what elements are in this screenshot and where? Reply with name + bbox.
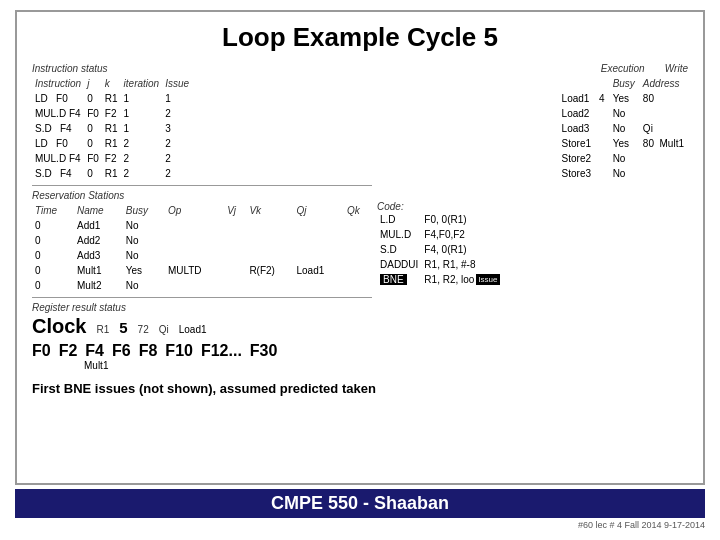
- table-row: 0 Add2 No: [32, 233, 372, 248]
- table-row: LD F0 0 R1 2 2: [32, 136, 192, 151]
- issue-badge: Issue: [476, 274, 499, 285]
- instruction-table: Instruction j k iteration Issue LD F0 0 …: [32, 76, 192, 181]
- col-instruction: Instruction: [32, 76, 84, 91]
- first-bne-text: First BNE issues (not shown), assumed pr…: [32, 381, 688, 396]
- rs-code-table: L.D F0, 0(R1) MUL.D F4,F0,F2 S.D F4, 0(R…: [377, 212, 503, 287]
- rs-code-label: Code:: [377, 201, 688, 212]
- col-iteration: iteration: [121, 76, 163, 91]
- table-row: S.D F4 0 R1 1 3: [32, 121, 192, 136]
- clock-r1-label: R1: [96, 324, 109, 335]
- r1-value: 72: [138, 324, 149, 335]
- qi-label: Qi: [159, 324, 169, 335]
- val-f10: [168, 360, 186, 371]
- rs-section-label: Reservation Stations: [32, 190, 372, 201]
- load-store-table: Busy Address Load1 4 Yes 80 Load2 No: [558, 76, 688, 181]
- val-f12: [194, 360, 224, 371]
- rs-table: Time Name Busy Op Vj Vk Qj Qk 0 Add1 No: [32, 203, 372, 293]
- table-row: 0 Add3 No: [32, 248, 372, 263]
- reg-result-row: F0 F2 F4 F6 F8 F10 F12... F30: [32, 342, 372, 360]
- val-f8: [142, 360, 160, 371]
- write-label: Write: [665, 63, 688, 74]
- reg-f12: F12...: [201, 342, 242, 360]
- table-row: MUL.D F4 F0 F2 2 2: [32, 151, 192, 166]
- reg-f10: F10: [165, 342, 193, 360]
- slide-box: Loop Example Cycle 5 Instruction status …: [15, 10, 705, 485]
- col-j: j: [84, 76, 102, 91]
- exec-header: Execution Write: [377, 63, 688, 74]
- col-k: k: [102, 76, 121, 91]
- bottom-banner: CMPE 550 - Shaaban: [15, 489, 705, 518]
- reg-f4: F4: [85, 342, 104, 360]
- bne-label: BNE: [380, 274, 407, 285]
- main-content: Instruction status Instruction j k itera…: [32, 63, 688, 375]
- table-row: MUL.D F4,F0,F2: [377, 227, 503, 242]
- left-column: Instruction status Instruction j k itera…: [32, 63, 372, 375]
- reg-f30: F30: [250, 342, 278, 360]
- table-row: Load1 4 Yes 80: [558, 91, 688, 106]
- outer-container: Loop Example Cycle 5 Instruction status …: [0, 0, 720, 540]
- qi-load1-label: Load1: [179, 324, 207, 335]
- val-f0: [32, 360, 50, 371]
- footer-text: #60 lec # 4 Fall 2014 9-17-2014: [15, 520, 705, 530]
- table-row: DADDUI R1, R1, #-8: [377, 257, 503, 272]
- reg-values-row: Mult1: [32, 360, 372, 371]
- clock-label: Clock: [32, 315, 86, 338]
- register-result-label: Register result status: [32, 302, 372, 313]
- table-row: LD F0 0 R1 1 1: [32, 91, 192, 106]
- reg-f8: F8: [139, 342, 158, 360]
- table-row: 0 Add1 No: [32, 218, 372, 233]
- val-f6: [116, 360, 134, 371]
- clock-row: Clock R1 5 72 Qi Load1: [32, 315, 372, 338]
- table-row: S.D F4 0 R1 2 2: [32, 166, 192, 181]
- table-row: Store3 No: [558, 166, 688, 181]
- reg-f2: F2: [59, 342, 78, 360]
- clock-value: 5: [119, 319, 127, 336]
- table-row: MUL.D F4 F0 F2 1 2: [32, 106, 192, 121]
- table-row: 0 Mult1 Yes MULTD R(F2) Load1: [32, 263, 372, 278]
- table-row: 0 Mult2 No: [32, 278, 372, 293]
- table-row: BNE R1, R2, looIssue: [377, 272, 503, 287]
- instruction-status-label: Instruction status: [32, 63, 372, 74]
- table-row: Load3 No Qi: [558, 121, 688, 136]
- right-column: Execution Write Busy Address Load1 4 Yes: [377, 63, 688, 375]
- execution-label: Execution: [601, 63, 645, 74]
- divider-rs: [32, 185, 372, 186]
- reg-f0: F0: [32, 342, 51, 360]
- table-row: S.D F4, 0(R1): [377, 242, 503, 257]
- reg-f6: F6: [112, 342, 131, 360]
- table-row: Load2 No: [558, 106, 688, 121]
- page-title: Loop Example Cycle 5: [32, 22, 688, 53]
- divider-reg: [32, 297, 372, 298]
- val-f30: [232, 360, 250, 371]
- table-row: L.D F0, 0(R1): [377, 212, 503, 227]
- val-f2: [58, 360, 76, 371]
- table-row: Store2 No: [558, 151, 688, 166]
- val-f4: Mult1: [84, 360, 108, 371]
- table-row: Store1 Yes 80 Mult1: [558, 136, 688, 151]
- col-issue: Issue: [162, 76, 192, 91]
